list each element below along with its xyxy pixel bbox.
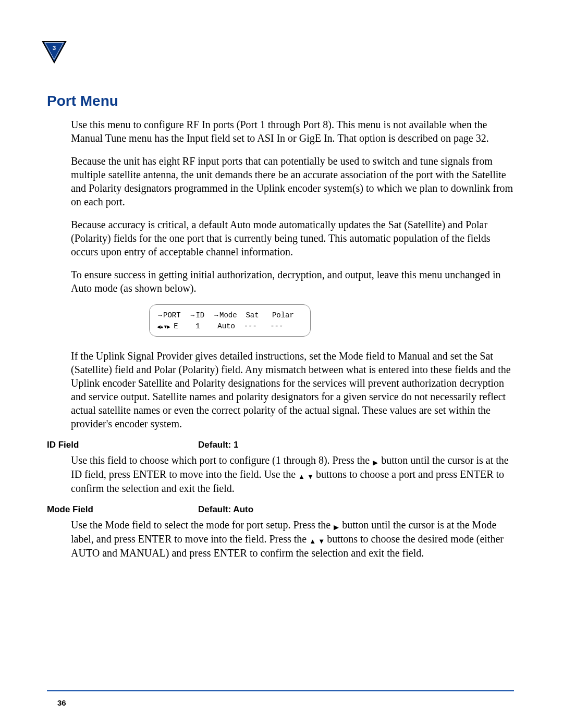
lcd-val-id: 1 xyxy=(195,322,200,330)
arrow-right-icon: → xyxy=(213,312,219,319)
lcd-val-mode: Auto xyxy=(217,322,235,330)
field-header-id: ID Field Default: 1 xyxy=(47,440,514,450)
paragraph: To ensure success in getting initial aut… xyxy=(71,268,514,295)
triangle-down-icon: ▼ xyxy=(307,473,313,482)
arrow-right-icon: → xyxy=(157,312,163,319)
lcd-row-values: ◀▲▼▶ E 1 Auto --- --- xyxy=(157,321,303,332)
lcd-col-id: ID xyxy=(195,311,204,319)
lcd-row-header: →PORT →ID →Mode Sat Polar xyxy=(157,310,303,321)
field-label: Mode Field xyxy=(47,504,198,515)
field-label: ID Field xyxy=(47,440,198,450)
lcd-col-sat: Sat xyxy=(246,311,259,319)
arrow-right-icon: → xyxy=(189,312,195,319)
section-title: Port Menu xyxy=(47,93,514,109)
lcd-col-mode: Mode xyxy=(219,311,237,319)
paragraph: Because the unit has eight RF input port… xyxy=(71,154,514,208)
triangle-up-icon: ▲ xyxy=(298,473,304,482)
lcd-col-port: PORT xyxy=(163,311,181,319)
field-default: Default: Auto xyxy=(198,504,253,515)
lcd-display-panel: →PORT →ID →Mode Sat Polar ◀▲▼▶ E 1 Auto … xyxy=(149,304,311,337)
page-number: 36 xyxy=(57,698,66,707)
chapter-number-text: 3 xyxy=(53,45,56,51)
triangle-right-icon: ▶ xyxy=(372,459,378,467)
lcd-val-polar: --- xyxy=(270,322,283,330)
lcd-val-sat: --- xyxy=(244,322,257,330)
lcd-col-polar: Polar xyxy=(272,311,294,319)
paragraph: Use this menu to configure RF In ports (… xyxy=(71,118,514,145)
field-header-mode: Mode Field Default: Auto xyxy=(47,504,514,515)
footer-rule xyxy=(47,690,514,692)
triangle-right-icon: ▶ xyxy=(333,523,339,532)
lcd-val-e: E xyxy=(169,322,178,330)
field-default: Default: 1 xyxy=(198,440,238,450)
paragraph: Because accuracy is critical, a default … xyxy=(71,218,514,258)
triangle-up-icon: ▲ xyxy=(309,537,315,546)
text-segment: Use the Mode field to select the mode fo… xyxy=(71,519,333,530)
paragraph: If the Uplink Signal Provider gives deta… xyxy=(71,349,514,430)
chapter-badge: 3 xyxy=(41,39,68,66)
body-content: Use this menu to configure RF In ports (… xyxy=(71,118,514,430)
field-description: Use the Mode field to select the mode fo… xyxy=(71,518,514,560)
triangle-down-icon: ▼ xyxy=(318,537,324,546)
text-segment: Use this field to choose which port to c… xyxy=(71,454,372,466)
field-description: Use this field to choose which port to c… xyxy=(71,453,514,495)
nav-arrows-icon: ◀▲▼▶ xyxy=(157,324,169,329)
